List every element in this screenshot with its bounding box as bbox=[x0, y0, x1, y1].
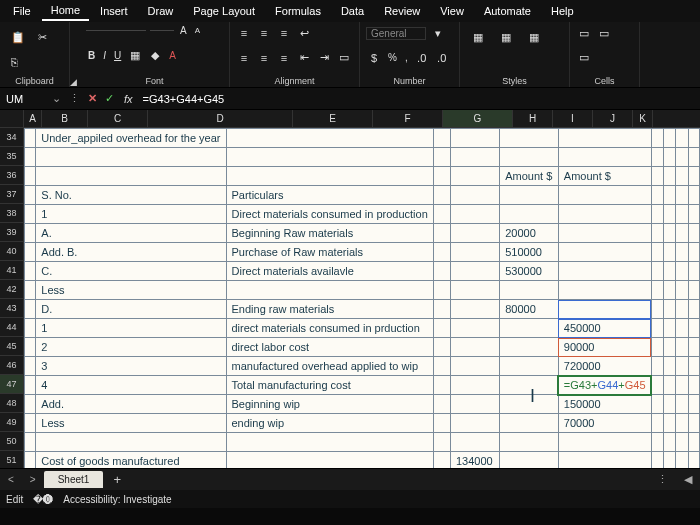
cell-H44[interactable] bbox=[651, 319, 663, 338]
menu-data[interactable]: Data bbox=[332, 2, 373, 20]
col-header-k[interactable]: K bbox=[633, 110, 653, 127]
cell-A44[interactable] bbox=[25, 319, 36, 338]
cell-B44[interactable]: 1 bbox=[36, 319, 226, 338]
cell-D38[interactable] bbox=[433, 205, 450, 224]
cell-D43[interactable] bbox=[433, 300, 450, 319]
cell-E35[interactable] bbox=[450, 148, 499, 167]
col-header-j[interactable]: J bbox=[593, 110, 633, 127]
cell-C38[interactable]: Direct materials consumed in production bbox=[226, 205, 433, 224]
row-header[interactable]: 41 bbox=[0, 261, 24, 280]
cell-J36[interactable] bbox=[676, 167, 688, 186]
cell-E49[interactable] bbox=[450, 414, 499, 433]
cell-J39[interactable] bbox=[676, 224, 688, 243]
cut-icon[interactable]: ✂ bbox=[34, 29, 50, 45]
cell-I41[interactable] bbox=[663, 262, 675, 281]
row-header[interactable]: 51 bbox=[0, 451, 24, 468]
cell-K38[interactable] bbox=[688, 205, 699, 224]
decrease-font-icon[interactable]: A bbox=[193, 26, 202, 35]
cell-G35[interactable] bbox=[558, 148, 651, 167]
cell-D40[interactable] bbox=[433, 243, 450, 262]
cell-H35[interactable] bbox=[651, 148, 663, 167]
cell-E40[interactable] bbox=[450, 243, 499, 262]
cell-H49[interactable] bbox=[651, 414, 663, 433]
align-right-icon[interactable]: ≡ bbox=[276, 50, 292, 66]
col-header-f[interactable]: F bbox=[373, 110, 443, 127]
cell-E50[interactable] bbox=[450, 433, 499, 452]
cell-G48[interactable]: 150000 bbox=[558, 395, 651, 414]
cell-B35[interactable] bbox=[36, 148, 226, 167]
cell-F34[interactable] bbox=[500, 129, 559, 148]
cell-H46[interactable] bbox=[651, 357, 663, 376]
cell-B45[interactable]: 2 bbox=[36, 338, 226, 357]
cell-F35[interactable] bbox=[500, 148, 559, 167]
cell-J34[interactable] bbox=[676, 129, 688, 148]
formula-input[interactable] bbox=[139, 93, 700, 105]
row-header[interactable]: 48 bbox=[0, 394, 24, 413]
cell-J51[interactable] bbox=[676, 452, 688, 469]
fx-confirm-icon[interactable]: ✓ bbox=[101, 92, 118, 105]
cell-I38[interactable] bbox=[663, 205, 675, 224]
cell-G44[interactable]: 450000 bbox=[558, 319, 651, 338]
cell-F38[interactable] bbox=[500, 205, 559, 224]
cell-A42[interactable] bbox=[25, 281, 36, 300]
cell-E39[interactable] bbox=[450, 224, 499, 243]
sheet-nav-prev-icon[interactable]: < bbox=[0, 474, 22, 485]
cell-F42[interactable] bbox=[500, 281, 559, 300]
cell-F43[interactable]: 80000 bbox=[500, 300, 559, 319]
cell-C37[interactable]: Particulars bbox=[226, 186, 433, 205]
cell-A48[interactable] bbox=[25, 395, 36, 414]
cell-C34[interactable] bbox=[226, 129, 433, 148]
cell-A37[interactable] bbox=[25, 186, 36, 205]
cell-E37[interactable] bbox=[450, 186, 499, 205]
cell-J42[interactable] bbox=[676, 281, 688, 300]
cell-G39[interactable] bbox=[558, 224, 651, 243]
cell-D42[interactable] bbox=[433, 281, 450, 300]
cell-K42[interactable] bbox=[688, 281, 699, 300]
cell-D41[interactable] bbox=[433, 262, 450, 281]
cell-B46[interactable]: 3 bbox=[36, 357, 226, 376]
sheet-tab[interactable]: Sheet1 bbox=[44, 471, 104, 488]
row-header[interactable]: 47 bbox=[0, 375, 24, 394]
cell-H43[interactable] bbox=[651, 300, 663, 319]
cell-A47[interactable] bbox=[25, 376, 36, 395]
cell-I46[interactable] bbox=[663, 357, 675, 376]
fill-color-icon[interactable]: ◆ bbox=[147, 47, 163, 63]
cell-I47[interactable] bbox=[663, 376, 675, 395]
cell-J47[interactable] bbox=[676, 376, 688, 395]
cell-E36[interactable] bbox=[450, 167, 499, 186]
cell-C40[interactable]: Purchase of Raw materials bbox=[226, 243, 433, 262]
cell-E44[interactable] bbox=[450, 319, 499, 338]
cell-G37[interactable] bbox=[558, 186, 651, 205]
row-header[interactable]: 39 bbox=[0, 223, 24, 242]
cell-D39[interactable] bbox=[433, 224, 450, 243]
menu-page-layout[interactable]: Page Layout bbox=[184, 2, 264, 20]
cell-I44[interactable] bbox=[663, 319, 675, 338]
cell-G43[interactable] bbox=[558, 300, 651, 319]
row-header[interactable]: 37 bbox=[0, 185, 24, 204]
cell-J37[interactable] bbox=[676, 186, 688, 205]
cell-B37[interactable]: S. No. bbox=[36, 186, 226, 205]
namebox-caret-icon[interactable]: ⌄ bbox=[48, 92, 65, 105]
inc-decimal-icon[interactable]: .0 bbox=[414, 50, 430, 66]
cell-I50[interactable] bbox=[663, 433, 675, 452]
col-header-a[interactable]: A bbox=[24, 110, 42, 127]
cell-F36[interactable]: Amount $ bbox=[500, 167, 559, 186]
cell-I43[interactable] bbox=[663, 300, 675, 319]
cell-C36[interactable] bbox=[226, 167, 433, 186]
col-header-c[interactable]: C bbox=[88, 110, 148, 127]
cell-I34[interactable] bbox=[663, 129, 675, 148]
cell-F50[interactable] bbox=[500, 433, 559, 452]
cell-D49[interactable] bbox=[433, 414, 450, 433]
cell-H40[interactable] bbox=[651, 243, 663, 262]
format-cells-icon[interactable]: ▭ bbox=[576, 50, 592, 66]
cell-H47[interactable] bbox=[651, 376, 663, 395]
cell-B48[interactable]: Add. bbox=[36, 395, 226, 414]
cell-C47[interactable]: Total manufacturing cost bbox=[226, 376, 433, 395]
cell-G51[interactable] bbox=[558, 452, 651, 469]
bold-button[interactable]: B bbox=[86, 50, 97, 61]
font-color-icon[interactable]: A bbox=[167, 50, 178, 61]
italic-button[interactable]: I bbox=[101, 50, 108, 61]
menu-insert[interactable]: Insert bbox=[91, 2, 137, 20]
cell-B49[interactable]: Less bbox=[36, 414, 226, 433]
align-left-icon[interactable]: ≡ bbox=[236, 50, 252, 66]
